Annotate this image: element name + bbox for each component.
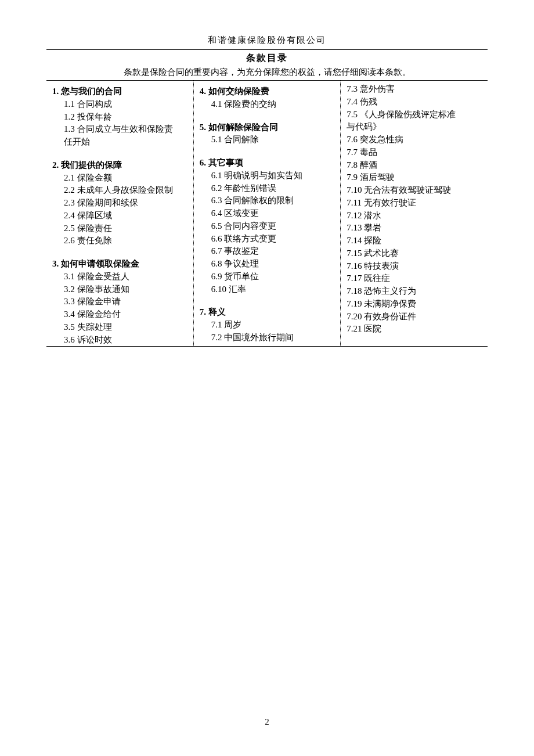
toc-item: 7.6 突发急性病 bbox=[347, 134, 482, 146]
toc-item-cont: 与代码》 bbox=[347, 121, 482, 134]
toc-item: 3.3 保险金申请 bbox=[52, 296, 187, 308]
toc-item: 7.13 攀岩 bbox=[347, 222, 482, 235]
toc-item: 2.6 责任免除 bbox=[52, 235, 187, 247]
toc-item: 2.2 未成年人身故保险金限制 bbox=[52, 184, 187, 197]
toc-item: 3.6 诉讼时效 bbox=[52, 334, 187, 347]
column-2: 4. 如何交纳保险费 4.1 保险费的交纳 5. 如何解除保险合同 5.1 合同… bbox=[194, 81, 341, 346]
toc-item: 2.1 保险金额 bbox=[52, 172, 187, 185]
toc-item: 7.19 未满期净保费 bbox=[347, 298, 482, 311]
section-4-head: 4. 如何交纳保险费 bbox=[200, 85, 335, 98]
toc-item: 7.21 医院 bbox=[347, 323, 482, 336]
section-2-head: 2. 我们提供的保障 bbox=[52, 159, 187, 172]
toc-item: 6.10 汇率 bbox=[200, 283, 335, 296]
toc-item: 7.3 意外伤害 bbox=[347, 83, 482, 96]
toc-item: 7.16 特技表演 bbox=[347, 260, 482, 273]
toc-item: 6.8 争议处理 bbox=[200, 258, 335, 271]
toc-item: 7.15 武术比赛 bbox=[347, 247, 482, 260]
toc-item: 7.5 《人身保险伤残评定标准 bbox=[347, 109, 482, 121]
toc-item: 1.1 合同构成 bbox=[52, 98, 187, 111]
toc-item: 6.4 区域变更 bbox=[200, 207, 335, 220]
toc-item: 1.3 合同成立与生效和保险责 bbox=[52, 123, 187, 136]
section-7-head: 7. 释义 bbox=[200, 306, 335, 319]
toc-item: 7.10 无合法有效驾驶证驾驶 bbox=[347, 184, 482, 197]
company-header: 和谐健康保险股份有限公司 bbox=[46, 35, 488, 49]
section-3-head: 3. 如何申请领取保险金 bbox=[52, 258, 187, 271]
toc-item: 6.5 合同内容变更 bbox=[200, 220, 335, 233]
toc-item: 7.1 周岁 bbox=[200, 319, 335, 332]
page-number: 2 bbox=[0, 717, 534, 727]
toc-title: 条款目录 bbox=[46, 52, 488, 64]
column-1: 1. 您与我们的合同 1.1 合同构成 1.2 投保年龄 1.3 合同成立与生效… bbox=[46, 81, 194, 346]
toc-item: 3.5 失踪处理 bbox=[52, 321, 187, 334]
toc-item: 7.17 既往症 bbox=[347, 272, 482, 285]
toc-item: 7.12 潜水 bbox=[347, 210, 482, 222]
toc-item: 7.2 中国境外旅行期间 bbox=[200, 332, 335, 344]
column-3: 7.3 意外伤害 7.4 伤残 7.5 《人身保险伤残评定标准 与代码》 7.6… bbox=[341, 81, 488, 346]
toc-subtitle: 条款是保险合同的重要内容，为充分保障您的权益，请您仔细阅读本条款。 bbox=[46, 67, 488, 78]
toc-item: 6.6 联络方式变更 bbox=[200, 233, 335, 246]
toc-item: 7.8 醉酒 bbox=[347, 159, 482, 172]
toc-item: 3.4 保险金给付 bbox=[52, 308, 187, 321]
rule-bottom bbox=[46, 346, 488, 347]
toc-item: 2.4 保障区域 bbox=[52, 210, 187, 222]
toc-columns: 1. 您与我们的合同 1.1 合同构成 1.2 投保年龄 1.3 合同成立与生效… bbox=[46, 81, 488, 346]
toc-item: 6.2 年龄性别错误 bbox=[200, 182, 335, 195]
toc-item-cont: 任开始 bbox=[52, 136, 187, 149]
toc-item: 6.9 货币单位 bbox=[200, 271, 335, 283]
toc-item: 7.18 恐怖主义行为 bbox=[347, 285, 482, 298]
toc-item: 5.1 合同解除 bbox=[200, 134, 335, 146]
section-1-head: 1. 您与我们的合同 bbox=[52, 85, 187, 98]
toc-item: 1.2 投保年龄 bbox=[52, 111, 187, 124]
toc-item: 7.4 伤残 bbox=[347, 96, 482, 109]
toc-item: 2.3 保险期间和续保 bbox=[52, 197, 187, 210]
toc-item: 2.5 保险责任 bbox=[52, 222, 187, 235]
toc-item: 7.20 有效身份证件 bbox=[347, 311, 482, 323]
toc-item: 6.1 明确说明与如实告知 bbox=[200, 170, 335, 182]
toc-item: 7.9 酒后驾驶 bbox=[347, 171, 482, 184]
toc-item: 7.14 探险 bbox=[347, 235, 482, 247]
toc-item: 4.1 保险费的交纳 bbox=[200, 98, 335, 111]
toc-item: 6.3 合同解除权的限制 bbox=[200, 195, 335, 207]
section-6-head: 6. 其它事项 bbox=[200, 157, 335, 170]
toc-item: 7.7 毒品 bbox=[347, 146, 482, 159]
toc-item: 3.1 保险金受益人 bbox=[52, 271, 187, 283]
rule-top bbox=[46, 49, 488, 50]
toc-item: 3.2 保险事故通知 bbox=[52, 283, 187, 296]
section-5-head: 5. 如何解除保险合同 bbox=[200, 121, 335, 134]
toc-item: 7.11 无有效行驶证 bbox=[347, 197, 482, 210]
toc-item: 6.7 事故鉴定 bbox=[200, 245, 335, 258]
